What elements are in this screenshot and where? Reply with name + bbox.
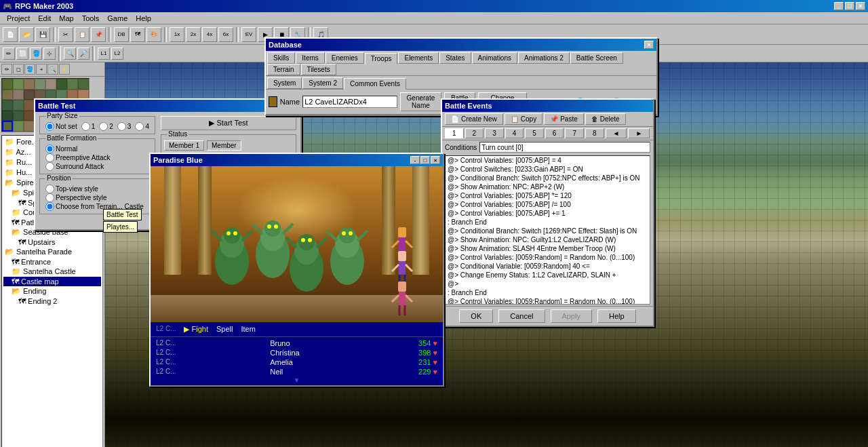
tb-copy[interactable]: 📋 [75, 27, 90, 42]
tb-open[interactable]: 📂 [19, 27, 34, 42]
page-tab-5[interactable]: 5 [525, 128, 544, 138]
page-tab-3[interactable]: 3 [485, 128, 504, 138]
event-9[interactable]: @> Show Animation: NPC: Guilty1:L2 CaveL… [446, 235, 650, 244]
db-close-btn[interactable]: × [644, 41, 654, 49]
db-tab-system2[interactable]: System 2 [302, 77, 343, 89]
tool-event[interactable]: ⚡ [59, 64, 70, 75]
pb-close-btn[interactable]: × [431, 156, 440, 164]
event-10[interactable]: @> Show Animation: SLASH 4Entre Member T… [446, 244, 650, 253]
surround-radio[interactable] [45, 162, 54, 171]
tb2-fill[interactable]: 🪣 [30, 47, 42, 60]
perspective-radio[interactable] [45, 193, 54, 202]
db-tab-skills[interactable]: Skills [267, 52, 295, 64]
tb-db[interactable]: DB [114, 27, 129, 42]
r3-radio[interactable] [117, 122, 126, 131]
conditions-input[interactable] [479, 142, 650, 153]
tree-item-castle-map[interactable]: 🗺 Castle map [3, 277, 101, 286]
page-tab-6[interactable]: 6 [545, 128, 564, 138]
delete-btn[interactable]: 🗑 Delete [585, 113, 626, 125]
tb-2[interactable]: 2x [186, 27, 201, 42]
menu-tools[interactable]: Tools [78, 14, 104, 23]
topview-radio[interactable] [45, 184, 54, 193]
tree-item-entrance[interactable]: 🗺 Entrance [3, 257, 101, 267]
pb-min-btn[interactable]: - [410, 156, 420, 164]
tb-6[interactable]: 6x [218, 27, 233, 42]
tb-map[interactable]: 🗺 [130, 27, 145, 42]
db-tab-troops[interactable]: Troops [365, 53, 398, 64]
tool-eraser[interactable]: ◻ [13, 64, 24, 75]
menu-help[interactable]: Help [132, 14, 155, 23]
menu-item[interactable]: Item [241, 325, 255, 334]
tool-pencil[interactable]: ✏ [1, 64, 12, 75]
tb2-layer2[interactable]: L2 [111, 47, 123, 60]
next-page-btn[interactable]: ► [628, 128, 650, 138]
tb2-rect[interactable]: ⬜ [16, 47, 28, 60]
event-6[interactable]: @> Control Variables: [0075:ABP] += 1 [446, 209, 650, 218]
tree-item-ending[interactable]: 📂 Ending [3, 286, 101, 296]
event-1[interactable]: @> Control Switches: [0233:Gain ABP] = O… [446, 165, 650, 174]
not-set-radio[interactable] [45, 122, 54, 131]
minimize-btn[interactable]: _ [834, 2, 844, 10]
page-tab-8[interactable]: 8 [585, 128, 604, 138]
db-tab-animations2[interactable]: Animations 2 [518, 52, 570, 64]
db-tab-tilesets[interactable]: Tilesets [301, 64, 336, 75]
tb2-layer1[interactable]: L1 [98, 47, 110, 60]
page-tab-1[interactable]: 1 [445, 128, 464, 138]
menu-map[interactable]: Map [55, 14, 77, 23]
help-btn[interactable]: Help [597, 309, 636, 323]
terrain-radio[interactable] [45, 202, 54, 211]
db-tab-system[interactable]: System [267, 77, 302, 89]
menu-project[interactable]: Project [3, 14, 34, 23]
db-tab-common-events[interactable]: Common Events [344, 78, 406, 90]
db-tab-animations[interactable]: Animations [472, 52, 517, 64]
tb-4[interactable]: 4x [202, 27, 217, 42]
tb-ev[interactable]: EV [241, 27, 256, 42]
tb-save[interactable]: 💾 [35, 27, 50, 42]
r4-radio[interactable] [135, 122, 144, 131]
event-4[interactable]: @> Control Variables: [0075:ABP] *= 120 [446, 191, 650, 200]
event-12[interactable]: @> Conditional Variable: [0059:Random] 4… [446, 262, 650, 271]
copy-btn[interactable]: 📋 Copy [505, 113, 542, 125]
menu-game[interactable]: Game [103, 14, 132, 23]
tb-1[interactable]: 1x [170, 27, 184, 42]
apply-btn[interactable]: Apply [551, 309, 593, 323]
cancel-btn[interactable]: Cancel [498, 309, 545, 323]
db-tab-states[interactable]: States [439, 52, 471, 64]
page-tab-2[interactable]: 2 [465, 128, 484, 138]
event-13[interactable]: @> Change Enemy Status: 1:L2 CaveLIZARD,… [446, 271, 650, 279]
tb2-zoom-out[interactable]: 🔍 [64, 47, 76, 60]
close-btn[interactable]: × [856, 2, 865, 10]
tree-item-upstairs[interactable]: 🗺 Upstairs [3, 237, 101, 247]
event-7[interactable]: : Branch End [446, 218, 650, 227]
tool-bucket[interactable]: 🪣 [24, 64, 35, 75]
tool-select[interactable]: + [36, 64, 47, 75]
r2-radio[interactable] [99, 122, 108, 131]
event-14[interactable]: @> [446, 279, 650, 288]
pb-max-btn[interactable]: □ [420, 156, 430, 164]
member1-tab[interactable]: Member 1 [164, 140, 204, 151]
create-new-btn[interactable]: 📄 Create New [445, 113, 503, 125]
maximize-btn[interactable]: □ [845, 2, 854, 10]
db-tab-battle-screen[interactable]: Battle Screen [570, 52, 623, 64]
db-tab-elements[interactable]: Elements [398, 52, 439, 64]
menu-spell[interactable]: Spell [216, 325, 233, 334]
r1-radio[interactable] [81, 122, 90, 131]
page-tab-7[interactable]: 7 [565, 128, 584, 138]
event-0[interactable]: @> Control Variables: [0075:ABP] = 4 [446, 156, 650, 165]
start-test-btn[interactable]: ▶ Start Test [161, 116, 296, 130]
event-5[interactable]: @> Control Variables: [0075:ABP] /= 100 [446, 200, 650, 209]
event-15[interactable]: : Branch End [446, 288, 650, 297]
event-16[interactable]: @> Control Variables: [0059:Random] = Ra… [446, 297, 650, 305]
db-name-input[interactable] [302, 96, 397, 108]
tb2-select[interactable]: ⊹ [43, 47, 56, 60]
db-tab-enemies[interactable]: Enemies [326, 52, 364, 64]
preemptive-radio[interactable] [45, 153, 54, 162]
paste-btn[interactable]: 📌 Paste [544, 113, 584, 125]
tb2-zoom-in[interactable]: 🔎 [77, 47, 90, 60]
event-2[interactable]: @> Conditional Branch: Switch [0752:NPC … [446, 174, 650, 182]
db-tab-items[interactable]: Items [296, 52, 324, 64]
normal-radio[interactable] [45, 144, 54, 153]
menu-edit[interactable]: Edit [34, 14, 55, 23]
tb-new[interactable]: 📄 [3, 27, 18, 42]
prev-page-btn[interactable]: ◄ [606, 128, 627, 138]
